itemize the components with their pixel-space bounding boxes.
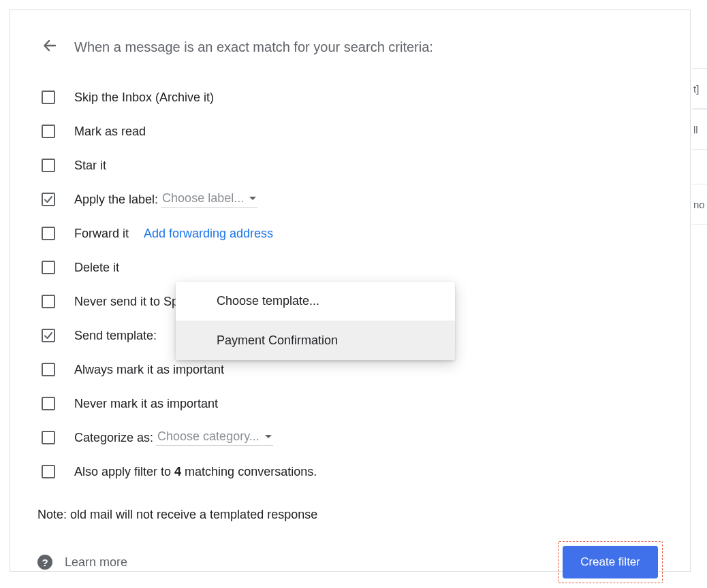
label-never-important: Never mark it as important [74,397,218,411]
note-text: Note: old mail will not receive a templa… [37,508,663,522]
bg-row: t] [692,68,707,109]
bg-row: ll [692,109,707,150]
label-forward: Forward it [74,227,129,241]
label-delete: Delete it [74,261,119,275]
option-forward[interactable]: Forward it Add forwarding address [42,216,663,250]
checkbox-star[interactable] [42,159,55,172]
option-never-important[interactable]: Never mark it as important [42,387,663,421]
checkbox-categorize[interactable] [42,431,55,444]
choose-category-select[interactable]: Choose category... [156,429,273,446]
learn-more-link[interactable]: Learn more [65,555,127,570]
option-skip-inbox[interactable]: Skip the Inbox (Archive it) [42,80,663,114]
create-filter-button[interactable]: Create filter [563,546,658,578]
choose-label-select[interactable]: Choose label... [161,191,257,208]
bg-row: no [692,184,707,225]
label-mark-read: Mark as read [74,125,146,139]
option-apply-label[interactable]: Apply the label: Choose label... [42,182,663,216]
checkbox-never-spam[interactable] [42,295,55,308]
checkbox-send-template[interactable] [42,329,55,342]
label-categorize: Categorize as: [74,431,153,445]
checkbox-skip-inbox[interactable] [42,91,55,104]
checkbox-apply-label[interactable] [42,193,55,206]
template-dropdown[interactable]: Choose template... Payment Confirmation [176,282,455,360]
add-forwarding-address-link[interactable]: Add forwarding address [144,227,273,241]
checkbox-also-apply[interactable] [42,465,55,478]
checkbox-delete[interactable] [42,261,55,274]
choose-category-text: Choose category... [157,429,260,444]
caret-down-icon [249,197,256,200]
label-skip-inbox: Skip the Inbox (Archive it) [74,91,214,105]
option-delete[interactable]: Delete it [42,250,663,284]
label-also-apply: Also apply filter to 4 matching conversa… [74,465,317,479]
label-send-template: Send template: [74,329,157,343]
background-mail-list: t] ll no [692,68,707,225]
label-always-important: Always mark it as important [74,363,224,377]
checkbox-never-important[interactable] [42,397,55,410]
choose-label-text: Choose label... [162,191,244,206]
option-categorize[interactable]: Categorize as: Choose category... [42,421,663,455]
option-star[interactable]: Star it [42,148,663,182]
checkbox-always-important[interactable] [42,363,55,376]
option-also-apply[interactable]: Also apply filter to 4 matching conversa… [42,455,663,489]
dialog-title: When a message is an exact match for you… [74,39,433,55]
checkbox-mark-read[interactable] [42,125,55,138]
create-filter-highlight: Create filter [558,541,663,583]
back-arrow-icon[interactable] [42,37,58,57]
label-apply-label: Apply the label: [74,193,158,207]
help-icon[interactable]: ? [37,555,52,570]
option-mark-read[interactable]: Mark as read [42,114,663,148]
label-star: Star it [74,159,106,173]
checkbox-forward[interactable] [42,227,55,240]
template-menu-placeholder[interactable]: Choose template... [176,282,455,321]
template-menu-item[interactable]: Payment Confirmation [176,321,455,360]
caret-down-icon [265,435,272,438]
